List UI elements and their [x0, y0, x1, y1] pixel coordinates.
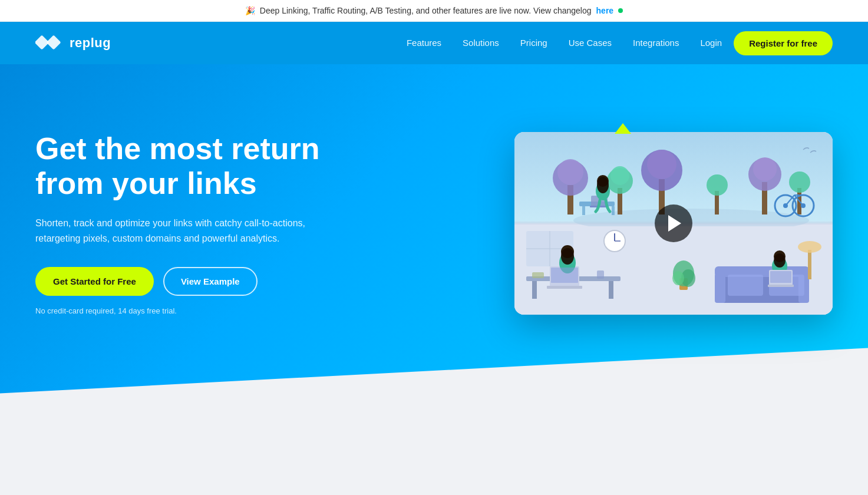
view-example-button[interactable]: View Example — [163, 267, 258, 296]
below-fold — [0, 406, 868, 477]
announcement-dot — [618, 8, 623, 13]
navbar: replug Features Solutions Pricing Use Ca… — [0, 22, 868, 64]
hero-subtitle: Shorten, track and optimize your links w… — [35, 216, 306, 246]
hero-content: Get the most return from your links Shor… — [35, 131, 354, 316]
svg-rect-71 — [770, 271, 791, 283]
nav-solutions[interactable]: Solutions — [463, 38, 499, 48]
svg-point-37 — [801, 203, 806, 208]
hero-video-wrapper — [514, 132, 833, 315]
nav-features[interactable]: Features — [407, 38, 441, 48]
nav-login[interactable]: Login — [700, 38, 722, 48]
nav-integrations[interactable]: Integrations — [633, 38, 679, 48]
svg-rect-49 — [547, 286, 582, 289]
svg-point-22 — [789, 171, 810, 193]
logo-icon — [35, 32, 64, 54]
hero-buttons: Get Started for Free View Example — [35, 267, 354, 296]
play-button[interactable] — [655, 204, 692, 242]
nav-pricing[interactable]: Pricing — [520, 38, 547, 48]
announcement-text: Deep Linking, Traffic Routing, A/B Testi… — [260, 6, 592, 15]
nav-use-cases[interactable]: Use Cases — [569, 38, 612, 48]
svg-point-30 — [597, 177, 609, 193]
svg-rect-25 — [612, 206, 615, 215]
svg-point-57 — [672, 271, 684, 285]
logo-text: replug — [70, 35, 111, 51]
svg-rect-46 — [532, 281, 537, 299]
svg-point-52 — [561, 248, 574, 265]
svg-rect-24 — [582, 206, 585, 215]
get-started-button[interactable]: Get Started for Free — [35, 267, 154, 296]
svg-rect-1 — [46, 35, 61, 50]
svg-point-17 — [707, 174, 728, 196]
announcement-emoji: 🎉 — [245, 6, 255, 15]
video-container[interactable] — [514, 132, 833, 315]
logo-link[interactable]: replug — [35, 32, 111, 54]
svg-rect-62 — [728, 275, 763, 296]
svg-point-9 — [557, 159, 583, 185]
svg-point-65 — [798, 241, 821, 253]
svg-point-68 — [774, 253, 786, 268]
announcement-link[interactable]: here — [596, 6, 614, 15]
announcement-bar: 🎉 Deep Linking, Traffic Routing, A/B Tes… — [0, 0, 868, 22]
arrow-decoration — [615, 123, 631, 134]
svg-rect-47 — [609, 281, 613, 299]
nav-links: Features Solutions Pricing Use Cases Int… — [407, 38, 722, 48]
hero-title: Get the most return from your links — [35, 131, 354, 202]
hero-section: Get the most return from your links Shor… — [0, 64, 868, 406]
register-button[interactable]: Register for free — [734, 31, 833, 55]
svg-point-36 — [783, 203, 788, 208]
svg-rect-64 — [808, 250, 811, 279]
svg-point-12 — [610, 166, 629, 185]
svg-point-15 — [647, 150, 676, 179]
svg-rect-60 — [715, 273, 725, 303]
svg-rect-70 — [768, 285, 794, 287]
hero-note: No credit-card required, 14 days free tr… — [35, 306, 354, 315]
play-icon — [668, 215, 681, 232]
svg-rect-53 — [551, 268, 578, 283]
svg-rect-72 — [532, 272, 544, 278]
svg-rect-73 — [597, 270, 604, 279]
svg-point-20 — [753, 157, 777, 181]
